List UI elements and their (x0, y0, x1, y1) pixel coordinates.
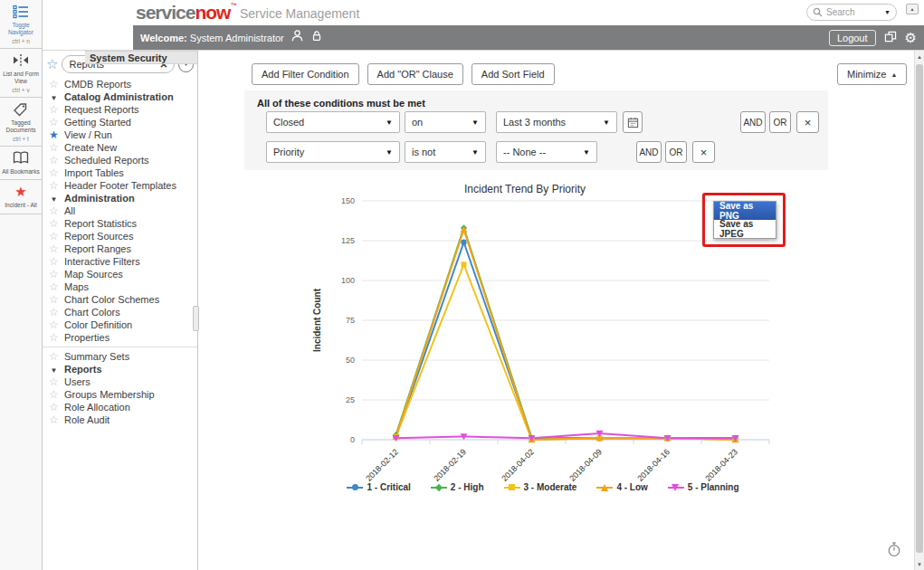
popout-icon[interactable] (884, 30, 897, 46)
strip-item-list-form-view[interactable]: List and Form View ctrl + v (0, 49, 42, 98)
sidebar-item[interactable]: Map Sources (43, 268, 197, 280)
star-icon[interactable] (48, 375, 60, 388)
chevron-down-icon[interactable]: ▼ (884, 9, 891, 15)
and-button[interactable]: AND (740, 111, 766, 133)
star-icon[interactable] (48, 280, 60, 293)
star-icon[interactable] (48, 141, 60, 154)
sidebar-resize-handle[interactable] (193, 306, 199, 331)
user-icon[interactable] (291, 29, 304, 46)
add-or-clause-button[interactable]: Add "OR" Clause (367, 63, 463, 85)
star-icon[interactable] (48, 242, 60, 255)
star-icon[interactable] (48, 217, 60, 230)
scrollbar-thumb[interactable] (916, 64, 923, 553)
star-icon[interactable] (48, 401, 60, 413)
global-search-input[interactable] (826, 7, 881, 17)
star-icon[interactable] (48, 230, 60, 242)
filter-operator-select[interactable]: is not▼ (405, 141, 486, 163)
scroll-up-icon[interactable]: ▲ (915, 54, 924, 60)
star-icon[interactable] (48, 268, 60, 280)
star-icon[interactable] (48, 154, 60, 166)
star-icon[interactable] (48, 306, 60, 318)
remove-condition-button[interactable]: × (796, 111, 819, 133)
sidebar-item[interactable]: Maps (43, 280, 197, 293)
scroll-down-icon[interactable]: ▼ (915, 562, 924, 567)
sidebar-item[interactable]: Role Audit (43, 413, 197, 426)
strip-item-toggle-navigator[interactable]: Toggle Navigator ctrl + n (0, 0, 42, 49)
star-icon[interactable] (48, 293, 60, 306)
star-icon[interactable] (48, 128, 60, 141)
sidebar-item[interactable]: Scheduled Reports (43, 154, 197, 166)
gear-icon[interactable]: ⚙ (905, 31, 917, 44)
sidebar-item[interactable]: Request Reports (43, 103, 197, 116)
lock-icon[interactable] (310, 29, 323, 46)
filter-field-select[interactable]: Closed▼ (266, 111, 400, 133)
star-icon[interactable] (48, 193, 60, 204)
sidebar-item[interactable]: Header Footer Templates (43, 179, 197, 192)
sidebar-item[interactable]: Summary Sets (43, 350, 197, 363)
sidebar-item[interactable]: CMDB Reports (43, 78, 197, 90)
remove-condition-button[interactable]: × (692, 141, 715, 163)
legend-item[interactable]: 1 - Critical (347, 482, 410, 492)
calendar-picker-button[interactable] (623, 111, 643, 133)
sidebar-item[interactable]: Interactive Filters (43, 255, 197, 268)
add-sort-field-button[interactable]: Add Sort Field (472, 63, 555, 85)
global-search[interactable]: ▼ (806, 4, 897, 21)
sidebar-item[interactable]: System Security (85, 51, 198, 64)
or-button[interactable]: OR (769, 111, 791, 133)
sidebar-item[interactable]: Import Tables (43, 166, 197, 179)
sidebar-item[interactable]: Create New (43, 141, 197, 154)
star-icon[interactable] (48, 364, 60, 375)
refresh-timer-icon[interactable] (887, 542, 901, 561)
sidebar-item[interactable]: Reports (43, 363, 197, 375)
star-icon[interactable] (48, 331, 60, 344)
add-filter-condition-button[interactable]: Add Filter Condition (252, 63, 359, 85)
star-icon[interactable] (48, 388, 60, 401)
sidebar-item[interactable]: Groups Membership (43, 388, 197, 401)
vertical-scrollbar[interactable]: ▲ ▼ (914, 51, 924, 570)
sidebar-item[interactable]: Users (43, 375, 197, 388)
star-icon[interactable] (48, 350, 60, 363)
collapse-header-button[interactable]: ▲ (906, 4, 919, 14)
and-button[interactable]: AND (636, 141, 662, 163)
context-menu-item[interactable]: Save as JPEG (714, 220, 776, 238)
sidebar-item[interactable]: View / Run (43, 128, 197, 141)
sidebar-item[interactable]: Properties (43, 331, 197, 344)
filter-operator-select[interactable]: on▼ (405, 111, 486, 133)
sidebar-item[interactable]: Administration (43, 192, 197, 204)
sidebar-item[interactable]: Getting Started (43, 116, 197, 128)
star-icon[interactable] (48, 91, 60, 102)
sidebar-item[interactable]: Chart Colors (43, 306, 197, 318)
context-menu-item[interactable]: Save as PNG (714, 202, 776, 220)
favorites-star-icon[interactable]: ☆ (46, 56, 58, 72)
or-button[interactable]: OR (665, 141, 687, 163)
sidebar-item[interactable] (43, 344, 197, 347)
filter-value-select[interactable]: -- None --▼ (496, 141, 597, 163)
legend-item[interactable]: 5 - Planning (668, 482, 739, 492)
star-icon[interactable] (48, 78, 60, 90)
sidebar-item[interactable]: Chart Color Schemes (43, 293, 197, 306)
sidebar-item[interactable]: All (43, 204, 197, 217)
filter-field-select[interactable]: Priority▼ (266, 141, 400, 163)
strip-item-tagged-documents[interactable]: Tagged Documents ctrl + t (0, 98, 42, 147)
legend-item[interactable]: 2 - High (431, 482, 484, 492)
star-icon[interactable] (48, 204, 60, 217)
minimize-button[interactable]: Minimize▲ (837, 63, 907, 85)
sidebar-item[interactable]: Color Definition (43, 318, 197, 331)
sidebar-item[interactable]: Report Statistics (43, 217, 197, 230)
legend-item[interactable]: 3 - Moderate (504, 482, 577, 492)
sidebar-item[interactable]: Report Ranges (43, 242, 197, 255)
legend-item[interactable]: 4 - Low (596, 482, 647, 492)
star-icon[interactable] (48, 318, 60, 331)
sidebar-item[interactable]: Catalog Administration (43, 90, 197, 103)
star-icon[interactable] (48, 116, 60, 128)
star-icon[interactable] (48, 255, 60, 268)
star-icon[interactable] (48, 179, 60, 192)
sidebar-item[interactable]: Role Allocation (43, 401, 197, 413)
logout-button[interactable]: Logout (829, 30, 876, 46)
star-icon[interactable] (48, 103, 60, 116)
filter-value-select[interactable]: Last 3 months▼ (496, 111, 617, 133)
strip-item-incident-all[interactable]: ★ Incident - All (0, 180, 42, 214)
strip-item-all-bookmarks[interactable]: All Bookmarks (0, 147, 42, 180)
star-icon[interactable] (48, 413, 60, 426)
sidebar-item[interactable]: Report Sources (43, 230, 197, 242)
